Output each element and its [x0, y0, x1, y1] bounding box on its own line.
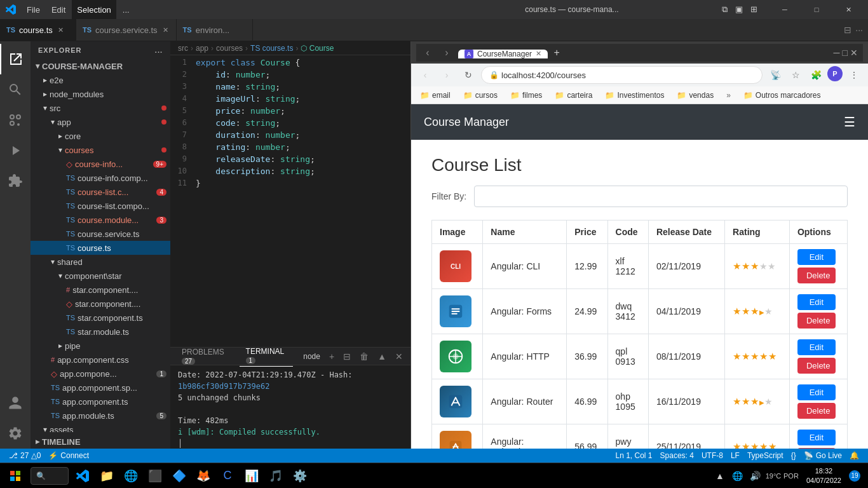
terminal-maximize-btn[interactable]: ▲ [377, 351, 386, 362]
tree-course-module[interactable]: TS course.module... 3 [31, 213, 170, 227]
status-prettier[interactable]: {} [787, 451, 800, 460]
tree-star-ts[interactable]: TS star.component.ts [31, 311, 170, 325]
taskbar-app7[interactable]: 📊 [240, 463, 263, 489]
tree-app-component-ts[interactable]: TS app.component.ts [31, 395, 170, 409]
edit-btn[interactable]: Edit [797, 294, 836, 310]
tree-node-modules[interactable]: ▸ node_modules [31, 87, 170, 101]
run-icon[interactable] [0, 135, 31, 166]
bm-vendas[interactable]: 📁 vendas [673, 90, 717, 101]
browser-tab-close-btn[interactable]: ✕ [536, 50, 541, 58]
taskbar-app5[interactable]: 🦊 [192, 463, 215, 489]
tree-app-module[interactable]: TS app.module.ts 5 [31, 409, 170, 423]
tree-pipe[interactable]: ▸ pipe [31, 339, 170, 353]
extensions-browser-icon[interactable]: 🧩 [807, 66, 825, 84]
terminal-content[interactable]: Date: 2022-07-04T21:29:19.470Z - Hash: 1… [170, 365, 410, 449]
tray-lang[interactable]: POR [783, 468, 799, 484]
forward-btn[interactable]: › [438, 44, 456, 62]
status-line-ending[interactable]: LF [727, 451, 743, 460]
tree-assets[interactable]: ▾ assets [31, 423, 170, 432]
bm-filmes[interactable]: 📁 filmes [506, 90, 546, 101]
status-branch[interactable]: ⎇ 27 △0 [5, 451, 44, 460]
tree-course-list-c[interactable]: TS course-list.c... 4 [31, 185, 170, 199]
tree-course-ts[interactable]: TS course.ts [31, 241, 170, 255]
split-editor-btn[interactable]: ⧉ [719, 4, 730, 15]
edit-btn[interactable]: Edit [797, 384, 836, 400]
bm-more-btn[interactable]: » [722, 90, 735, 101]
bm-outros[interactable]: 📁 Outros marcadores [740, 90, 825, 101]
terminal-trash-btn[interactable]: 🗑 [360, 351, 369, 362]
browser-menu-btn[interactable]: ⋮ [845, 66, 863, 84]
tray-up-arrow[interactable]: ▲ [712, 468, 728, 484]
browser-tab-coursemanager[interactable]: A CourseManager ✕ [458, 50, 548, 58]
bm-email[interactable]: 📁 email [416, 90, 454, 101]
bm-investimentos[interactable]: 📁 Investimentos [601, 90, 668, 101]
tree-course-service[interactable]: TS course.service.ts [31, 227, 170, 241]
tree-e2e[interactable]: ▸ e2e [31, 73, 170, 87]
taskbar-app9[interactable]: ⚙️ [288, 463, 311, 489]
explorer-icon[interactable] [0, 44, 31, 74]
tab-environ[interactable]: TS environ... [177, 19, 253, 41]
split-pane-btn[interactable]: ⊟ [844, 25, 851, 35]
bookmark-star-icon[interactable]: ☆ [787, 66, 804, 84]
taskbar-browser[interactable]: 🌐 [119, 463, 142, 489]
taskbar-vscode[interactable] [71, 463, 94, 489]
tree-course-list-compo[interactable]: TS course-list.compo... [31, 199, 170, 213]
sidebar-more-btn[interactable]: ... [155, 46, 163, 54]
taskbar-app8[interactable]: 🎵 [264, 463, 287, 489]
taskbar-app6[interactable]: C [216, 463, 239, 489]
cast-icon[interactable]: 📡 [766, 66, 784, 84]
tree-shared[interactable]: ▾ shared [31, 255, 170, 269]
close-btn[interactable]: ✕ [834, 0, 863, 19]
terminal-tab[interactable]: TERMINAL 1 [240, 346, 294, 367]
forward-nav-btn[interactable]: › [438, 66, 456, 84]
status-connect[interactable]: ⚡ Connect [44, 451, 93, 460]
maximize-btn[interactable]: □ [802, 0, 831, 19]
menu-more[interactable]: ... [118, 0, 135, 19]
edit-btn[interactable]: Edit [797, 430, 836, 445]
problems-tab[interactable]: PROBLEMS 27 [175, 346, 236, 367]
tree-courses[interactable]: ▾ courses [31, 143, 170, 157]
reload-btn[interactable]: ↻ [459, 66, 477, 84]
tree-app-css[interactable]: # app.component.css [31, 353, 170, 367]
status-encoding[interactable]: UTF-8 [698, 451, 727, 460]
tree-course-info[interactable]: ◇ course-info... 9+ [31, 157, 170, 171]
taskbar-terminal[interactable]: ⬛ [144, 463, 166, 489]
settings-icon[interactable] [0, 418, 31, 449]
browser-close-btn[interactable]: ✕ [850, 48, 858, 58]
delete-btn[interactable]: Delete [797, 313, 836, 329]
tree-app-component-sp[interactable]: TS app.component.sp... [31, 381, 170, 395]
back-btn[interactable]: ‹ [419, 44, 437, 62]
source-control-icon[interactable] [0, 105, 31, 135]
edit-btn[interactable]: Edit [797, 339, 836, 355]
tree-app-component[interactable]: ◇ app.compone... 1 [31, 367, 170, 381]
layout-btn[interactable]: ▣ [733, 4, 745, 15]
status-lang[interactable]: TypeScript [743, 451, 787, 460]
grid-btn[interactable]: ⊞ [748, 4, 760, 15]
taskbar-explorer[interactable]: 📁 [95, 463, 118, 489]
delete-btn[interactable]: Delete [797, 358, 836, 374]
status-notifications[interactable]: 🔔 [846, 451, 863, 460]
new-tab-btn[interactable]: + [548, 47, 566, 58]
tray-network[interactable]: 🌐 [730, 468, 745, 484]
delete-btn[interactable]: Delete [797, 403, 836, 419]
edit-btn[interactable]: Edit [797, 249, 836, 265]
taskbar-app4[interactable]: 🔷 [168, 463, 191, 489]
account-icon[interactable] [0, 388, 31, 418]
status-position[interactable]: Ln 1, Col 1 [611, 451, 656, 460]
menu-edit[interactable]: Edit [46, 0, 71, 19]
status-spaces[interactable]: Spaces: 4 [656, 451, 698, 460]
tab-close-btn[interactable]: ✕ [57, 25, 65, 36]
tab-course-ts[interactable]: TS course.ts ✕ [0, 19, 76, 41]
tree-component-star[interactable]: ▾ component\star [31, 269, 170, 283]
address-bar[interactable]: 🔒 localhost:4200/courses [481, 66, 763, 84]
hamburger-menu-btn[interactable]: ☰ [844, 114, 855, 130]
back-nav-btn[interactable]: ‹ [416, 66, 434, 84]
tree-core[interactable]: ▸ core [31, 129, 170, 143]
taskbar-search[interactable]: 🔍 [31, 467, 69, 485]
tree-course-info-comp[interactable]: TS course-info.comp... [31, 171, 170, 185]
tab-close-btn[interactable]: ✕ [161, 25, 170, 36]
filter-input[interactable] [474, 186, 848, 207]
notification-badge[interactable]: 19 [849, 470, 860, 482]
tray-volume[interactable]: 🔊 [748, 468, 763, 484]
start-btn[interactable] [3, 463, 28, 489]
